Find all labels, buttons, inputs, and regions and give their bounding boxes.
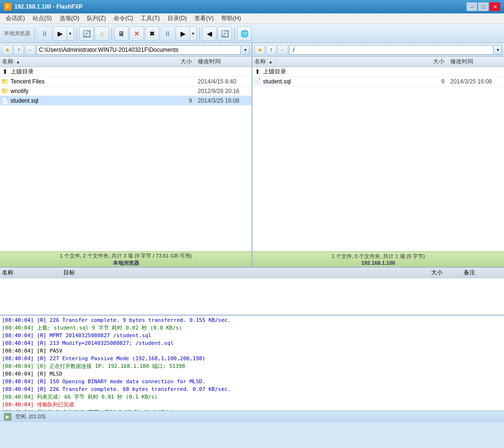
left-pane-status: 1 个文件, 2 个文件夹, 共计 3 项 (9 字节 / 73.61 GB 可… [0,251,252,267]
play-right-button[interactable]: ▶ [176,26,190,41]
log-line: [08:40:04] [R] 227 Entering Passive Mode… [2,355,502,363]
toolbar-separator-3 [111,28,112,39]
left-pane-toolbar: ★ ↑ ← ▾ [0,43,252,57]
play-right-group: ▶ ▾ [176,26,197,41]
play-button[interactable]: ▶ [53,26,67,41]
log-area: [08:40:04] [R] 226 Transfer complete. 9 … [0,315,504,411]
right-path-input[interactable] [289,45,493,55]
right-file-row[interactable]: 📄 student.sql 9 2014/3/25 16:08 [252,77,504,86]
left-file-name: student.sql [10,97,165,104]
pause-right-button[interactable]: ⏸ [160,26,175,41]
menu-queue[interactable]: 队列(Z) [83,13,109,24]
refresh-left-button[interactable]: 🔄 [79,26,94,41]
minimize-button[interactable]: – [467,2,477,11]
status-icon: ▶ [4,413,12,421]
window-title: 192.168.1.100 - FlashFXP [14,3,467,10]
folder-icon: 📁 [0,87,10,94]
left-back-button[interactable]: ← [25,45,36,55]
parent-icon: ⬆ [252,68,262,75]
statusbar: ▶ 空闲. (01:03) [0,411,504,422]
log-line: [08:40:04] [R] MLSD [2,370,502,378]
log-line: [08:40:04] [R] 213 Modify=20140325080827… [2,340,502,347]
right-file-name: 上级目录 [262,68,418,76]
left-file-row[interactable]: ⬆ 上级目录 [0,67,252,77]
left-path-input[interactable] [36,45,241,55]
file-icon: 📄 [0,97,10,104]
right-file-date: 2014/3/25 16:08 [446,78,504,85]
right-pane: ★ ↑ ← ▾ 名称 ▲ 大小 修改时间 ⬆ 上级目录 📄 student.sq… [252,43,504,267]
left-file-row[interactable]: 📁 wnotify 2012/9/28 20:16 [0,86,252,96]
left-path-dropdown[interactable]: ▾ [242,45,250,55]
parent-icon: ⬆ [0,68,10,75]
play-dropdown[interactable]: ▾ [67,26,74,41]
main-area: ★ ↑ ← ▾ 名称 ▲ 大小 修改时间 ⬆ 上级目录 📁 Tencent Fi… [0,43,504,267]
right-col-date[interactable]: 修改时间 [446,58,504,66]
left-pane: ★ ↑ ← ▾ 名称 ▲ 大小 修改时间 ⬆ 上级目录 📁 Tencent Fi… [0,43,252,267]
left-file-date: 2014/3/25 16:08 [194,97,252,104]
left-bookmark-button[interactable]: ★ [2,45,12,55]
log-line: [08:40:04] [R] PASV [2,347,502,355]
right-file-list: ⬆ 上级目录 📄 student.sql 9 2014/3/25 16:08 [252,67,504,251]
left-file-size: 9 [165,97,194,104]
queue-col-target: 目标 [63,269,427,277]
close-button[interactable]: ✕ [490,2,500,11]
right-path-dropdown[interactable]: ▾ [494,45,502,55]
right-back-button[interactable]: ← [277,45,288,55]
right-pane-status: 1 个文件, 0 个文件夹, 共计 1 项 (9 字节) 192.168.1.1… [252,251,504,267]
right-pane-toolbar: ★ ↑ ← ▾ [252,43,504,57]
connect-button[interactable]: 🖥 [114,26,129,41]
window-controls: – □ ✕ [467,2,500,11]
right-bookmark-button[interactable]: ★ [254,45,265,55]
queue-content [0,278,504,315]
menu-options[interactable]: 选项(O) [56,13,83,24]
file-icon: 📄 [252,78,262,85]
play-right-dropdown[interactable]: ▾ [190,26,197,41]
left-file-name: wnotify [10,88,165,94]
right-file-row[interactable]: ⬆ 上级目录 [252,67,504,77]
menu-session[interactable]: 会话(E) [2,13,29,24]
toolbar-separator-1 [35,28,35,39]
menu-sites[interactable]: 站点(S) [29,13,56,24]
menu-directory[interactable]: 目录(D) [164,13,191,24]
abort-button[interactable]: ✖ [145,26,159,41]
log-line: [08:40:04] [R] 正在打开数据连接 IP: 192.168.1.10… [2,363,502,370]
queue-col-name: 名称 [2,269,60,277]
menu-command[interactable]: 命令(C) [110,13,137,24]
left-col-date[interactable]: 修改时间 [194,58,252,66]
main-toolbar: 本地浏览器 ⏸ ▶ ▾ 🔄 ⌂ 🖥 ✕ ✖ ⏸ ▶ ▾ ◀ 🔄 🌐 [0,24,504,43]
play-button-group: ▶ ▾ [53,26,74,41]
left-file-name: Tencent Files [10,78,165,85]
toolbar-separator-4 [199,28,200,39]
log-line: [08:40:04] [R] 150 Opening BINARY mode d… [2,378,502,386]
queue-area: 名称 目标 大小 备注 [0,267,504,315]
menu-view[interactable]: 查看(V) [191,13,217,24]
home-button[interactable]: ⌂ [95,26,109,41]
folder-icon: 📁 [0,78,10,85]
left-col-size[interactable]: 大小 [165,58,194,66]
refresh-right-button[interactable]: 🔄 [217,26,232,41]
disconnect-button[interactable]: ✕ [130,26,144,41]
right-file-size: 9 [418,78,446,85]
menu-help[interactable]: 帮助(H) [217,13,245,24]
right-col-size[interactable]: 大小 [418,58,446,66]
globe-button[interactable]: 🌐 [237,26,252,41]
right-file-name: student.sql [262,78,418,85]
back-button[interactable]: ◀ [202,26,216,41]
right-up-button[interactable]: ↑ [266,45,276,55]
left-file-row[interactable]: 📄 student.sql 9 2014/3/25 16:08 [0,96,252,106]
left-up-button[interactable]: ↑ [13,45,24,55]
queue-pane: 名称 目标 大小 备注 [0,268,504,315]
queue-col-size: 大小 [431,269,460,277]
right-col-name[interactable]: 名称 ▲ [252,58,418,66]
log-line: [08:40:04] [R] 226 Transfer complete. 9 … [2,317,502,324]
left-file-row[interactable]: 📁 Tencent Files 2014/4/15 8:40 [0,77,252,86]
pause-button[interactable]: ⏸ [37,26,52,41]
left-col-name[interactable]: 名称 ▲ [0,58,165,66]
local-browser-label: 本地浏览器 [2,30,32,37]
left-file-date: 2014/4/15 8:40 [194,78,252,85]
maximize-button[interactable]: □ [478,2,489,11]
queue-header: 名称 目标 大小 备注 [0,268,504,278]
log-line: [08:40:04] 上载: student.sql 9 字节 耗时 0.02 … [2,324,502,332]
menu-tools[interactable]: 工具(T) [137,13,163,24]
app-icon: F [4,3,12,11]
